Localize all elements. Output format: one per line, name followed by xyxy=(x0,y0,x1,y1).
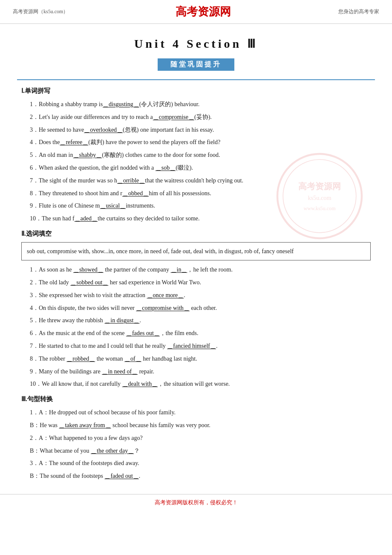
list-item: 2．A：What happened to you a few days ago? xyxy=(30,433,371,443)
list-item: 5．He threw away the rubbish ＿in disgust＿… xyxy=(30,315,371,326)
page-title: Unit 4 Section Ⅲ xyxy=(0,37,392,51)
section1-header: Ⅰ.单词拼写 xyxy=(21,87,371,95)
list-item: 10．We all know that, if not carefully ＿d… xyxy=(30,379,371,389)
answer: ＿robbed＿ xyxy=(66,356,95,362)
list-item: 7．The sight of the murder was so h＿orrib… xyxy=(30,176,371,186)
list-item: 1．As soon as he ＿showed＿ the partner of … xyxy=(30,265,371,275)
section3-header: Ⅲ.句型转换 xyxy=(21,395,371,403)
answer: ＿sobbed out＿ xyxy=(70,279,108,286)
section2-header: Ⅱ.选词填空 xyxy=(21,230,371,238)
answer: ＿dealt with＿ xyxy=(122,381,158,387)
answer: ＿usical＿ xyxy=(100,202,126,209)
answer: ＿fades out＿ xyxy=(126,330,160,336)
blue-divider xyxy=(17,79,375,80)
answer: ＿aded＿ xyxy=(75,215,98,222)
answer: ＿faded out＿ xyxy=(104,473,138,479)
list-item: 6．When asked the question, the girl nodd… xyxy=(30,163,371,173)
answer: ＿overlooked＿ xyxy=(84,127,123,133)
list-item: 2．Let's lay aside our differences and tr… xyxy=(30,112,371,122)
list-item: 10．The sun had f＿aded＿the curtains so th… xyxy=(30,214,371,224)
header-center: 高考资源网 xyxy=(176,4,231,19)
list-item: 3．He seemed to have＿overlooked＿(忽视) one … xyxy=(30,125,371,135)
answer: ＿of＿ xyxy=(124,356,141,362)
answer: ＿obbed＿ xyxy=(122,190,149,197)
banner-text: 随堂巩固提升 xyxy=(158,58,234,71)
answer: ＿in disgust＿ xyxy=(104,317,139,324)
answer: ＿in need of＿ xyxy=(102,368,138,375)
answer: ＿showed＿ xyxy=(73,266,104,273)
header-left: 高考资源网（ks5u.com） xyxy=(13,8,68,15)
list-item: 2．The old lady ＿sobbed out＿ her sad expe… xyxy=(30,278,371,288)
answer: ＿sob＿ xyxy=(156,165,176,171)
list-item: 8．They threatened to shoot him and r＿obb… xyxy=(30,188,371,199)
list-item: 9．Many of the buildings are ＿in need of＿… xyxy=(30,367,371,377)
list-item: 4．On this dispute, the two sides will ne… xyxy=(30,303,371,313)
answer: ＿shabby＿ xyxy=(73,152,102,158)
main-content: Ⅰ.单词拼写 1．Robbing a shabby tramp is＿disgu… xyxy=(0,87,392,481)
page-footer: 高考资源网版权所有，侵权必究！ xyxy=(0,494,392,511)
answer: ＿once more＿ xyxy=(147,292,184,298)
section-banner: 随堂巩固提升 xyxy=(17,58,375,71)
list-item: 1．A：He dropped out of school because of … xyxy=(30,408,371,418)
list-item: 8．The robber ＿robbed＿ the woman ＿of＿ her… xyxy=(30,354,371,364)
list-item: B：He was ＿taken away from＿ school becaus… xyxy=(30,420,371,431)
footer-text: 高考资源网版权所有，侵权必究！ xyxy=(155,499,238,506)
wordbank: sob out, compromise with, show...in, onc… xyxy=(21,242,371,260)
list-item: 7．He started to chat to me and I could t… xyxy=(30,341,371,351)
list-item: 9．Flute is one of Chinese m＿usical＿instr… xyxy=(30,201,371,211)
list-item: 5．An old man in＿shabby＿(寒酸的) clothes cam… xyxy=(30,150,371,160)
list-item: 3．She expressed her wish to visit the at… xyxy=(30,290,371,301)
answer: ＿the other day＿ xyxy=(91,448,134,454)
list-item: 3．A：The sound of the footsteps died away… xyxy=(30,458,371,468)
answer: ＿in＿ xyxy=(171,266,187,273)
list-item: 1．Robbing a shabby tramp is＿disgusting＿(… xyxy=(30,99,371,110)
list-item: B：What became of you ＿the other day＿？ xyxy=(30,446,371,456)
wordbank-text: sob out, compromise with, show...in, onc… xyxy=(27,248,294,254)
answer: ＿compromise＿ xyxy=(153,114,194,120)
answer: ＿taken away from＿ xyxy=(59,422,111,428)
answer: ＿referee＿ xyxy=(60,139,88,145)
answer: ＿fancied himself＿ xyxy=(167,343,216,349)
list-item: 4．Does the＿referee＿(裁判) have the power t… xyxy=(30,137,371,147)
header-right: 您身边的高考专家 xyxy=(338,8,379,15)
answer: ＿orrible＿ xyxy=(117,177,145,184)
answer: ＿disgusting＿ xyxy=(103,101,139,107)
page-header: 高考资源网（ks5u.com） 高考资源网 您身边的高考专家 xyxy=(0,0,392,24)
answer: ＿compromise with＿ xyxy=(136,305,190,311)
list-item: B：The sound of the footsteps ＿faded out＿… xyxy=(30,471,371,481)
list-item: 6．As the music at the end of the scene ＿… xyxy=(30,328,371,338)
